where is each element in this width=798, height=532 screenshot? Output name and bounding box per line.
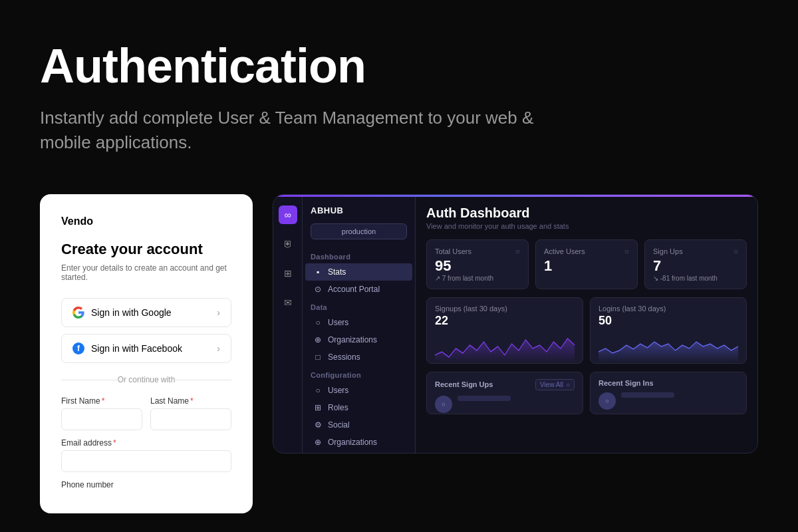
- view-all-signups-button[interactable]: View All ○: [535, 379, 575, 390]
- nav-section-data: Data: [303, 298, 415, 314]
- view-all-icon: ○: [566, 381, 570, 388]
- or-divider: Or continue with: [61, 375, 231, 384]
- sign-ups-icon: ○: [733, 247, 738, 256]
- nav-item-users[interactable]: ○ Users: [305, 314, 412, 331]
- nav-item-social[interactable]: ⚙ Social: [305, 416, 412, 434]
- signups-chart-value: 22: [435, 314, 575, 328]
- recent-avatar-1: ○: [435, 396, 452, 413]
- total-users-value: 95: [435, 259, 520, 273]
- first-name-group: First Name*: [61, 396, 142, 430]
- nav-item-organizations[interactable]: ⊕ Organizations: [305, 331, 412, 348]
- email-group: Email address*: [61, 438, 231, 472]
- google-button-label: Sign in with Google: [91, 307, 172, 318]
- email-required: *: [113, 438, 116, 448]
- dash-subtitle: View and monitor your auth usage and sta…: [426, 222, 747, 230]
- active-users-card: Active Users ○ 1: [535, 239, 638, 289]
- last-name-group: Last Name*: [150, 396, 231, 430]
- nav-section-dashboard: Dashboard: [303, 247, 415, 263]
- env-button[interactable]: production: [311, 223, 407, 239]
- google-signin-button[interactable]: Sign in with Google ›: [61, 298, 231, 327]
- last-name-required: *: [190, 396, 194, 406]
- nav-item-config-orgs[interactable]: ⊕ Organizations: [305, 434, 412, 451]
- total-users-card: Total Users ○ 95 ↗ 7 from last month: [426, 239, 529, 289]
- nav-item-notifications[interactable]: ✉ Notifications: [305, 451, 412, 453]
- sign-ups-card: Sign Ups ○ 7 ↘ -81 from last month: [644, 239, 747, 289]
- active-users-icon: ○: [624, 247, 629, 256]
- logins-chart: [598, 332, 738, 362]
- recent-signups-card: Recent Sign Ups View All ○ ○: [426, 372, 583, 414]
- logins-chart-card: Logins (last 30 days) 50: [590, 297, 747, 364]
- hero-section: Authentication Instantly add complete Us…: [0, 0, 798, 181]
- phone-section: Phone number: [61, 480, 231, 489]
- total-users-change: ↗ 7 from last month: [435, 275, 520, 282]
- email-label: Email address*: [61, 438, 231, 448]
- email-row: Email address*: [61, 438, 231, 472]
- signin-title: Create your account: [61, 241, 231, 258]
- signups-chart-card: Signups (last 30 days) 22: [426, 297, 583, 364]
- org-icon: ⊕: [313, 335, 323, 344]
- sign-ups-change: ↘ -81 from last month: [653, 275, 738, 282]
- hero-subtitle: Instantly add complete User & Team Manag…: [40, 106, 559, 154]
- account-portal-icon: ⊙: [313, 285, 323, 294]
- logins-chart-value: 50: [598, 314, 738, 328]
- sidebar-shield-icon[interactable]: ⛨: [279, 235, 297, 253]
- hero-title: Authentication: [40, 40, 758, 92]
- nav-item-config-users[interactable]: ○ Users: [305, 382, 412, 399]
- google-chevron-icon: ›: [217, 307, 220, 318]
- recent-signin-avatar-1: ○: [598, 392, 616, 410]
- stats-icon: ▪: [313, 267, 323, 277]
- stats-row: Total Users ○ 95 ↗ 7 from last month Act…: [426, 239, 747, 289]
- charts-row: Signups (last 30 days) 22: [426, 297, 747, 364]
- active-users-label: Active Users: [544, 247, 585, 255]
- nav-section-config: Configuration: [303, 366, 415, 382]
- cards-container: Vendo Create your account Enter your det…: [0, 194, 798, 513]
- roles-icon: ⊞: [313, 403, 323, 412]
- dash-main: Auth Dashboard View and monitor your aut…: [416, 195, 757, 453]
- nav-item-account-portal[interactable]: ⊙ Account Portal: [305, 281, 412, 298]
- recent-signin-items: ○: [598, 392, 738, 410]
- email-input[interactable]: [61, 450, 231, 472]
- signups-chart-label: Signups (last 30 days): [435, 305, 575, 313]
- first-name-input[interactable]: [61, 408, 142, 430]
- signups-chart: [435, 332, 575, 362]
- recent-row: Recent Sign Ups View All ○ ○: [426, 372, 747, 414]
- org-name: ABHUB: [303, 203, 415, 223]
- sidebar-icons: ∞ ⛨ ⊞ ✉: [273, 195, 303, 453]
- recent-name-1: [458, 396, 511, 401]
- last-name-label: Last Name*: [150, 396, 231, 406]
- signin-subtitle: Enter your details to create an account …: [61, 263, 231, 282]
- phone-label: Phone number: [61, 480, 231, 489]
- google-icon: [72, 307, 84, 319]
- first-name-label: First Name*: [61, 396, 142, 406]
- total-users-icon: ○: [515, 247, 520, 256]
- nav-item-sessions[interactable]: □ Sessions: [305, 348, 412, 366]
- nav-item-stats[interactable]: ▪ Stats: [305, 263, 412, 281]
- facebook-button-label: Sign in with Facebook: [91, 343, 182, 354]
- sign-ups-value: 7: [653, 259, 738, 273]
- sidebar-grid-icon[interactable]: ⊞: [279, 264, 297, 283]
- users-icon: ○: [313, 318, 323, 327]
- first-name-required: *: [102, 396, 105, 406]
- sidebar-mail-icon[interactable]: ✉: [279, 293, 297, 312]
- last-name-input[interactable]: [150, 408, 231, 430]
- signin-card: Vendo Create your account Enter your det…: [40, 194, 253, 513]
- facebook-chevron-icon: ›: [217, 343, 220, 354]
- facebook-signin-button[interactable]: f Sign in with Facebook ›: [61, 334, 231, 363]
- nav-panel: ABHUB production Dashboard ▪ Stats ⊙ Acc…: [303, 195, 416, 453]
- name-row: First Name* Last Name*: [61, 396, 231, 430]
- sign-ups-label: Sign Ups: [653, 247, 683, 255]
- recent-signins-card: Recent Sign Ins ○: [590, 372, 747, 414]
- dash-header: Auth Dashboard View and monitor your aut…: [426, 205, 747, 230]
- total-users-label: Total Users: [435, 247, 471, 255]
- recent-signup-items: ○: [435, 396, 575, 413]
- facebook-icon: f: [72, 342, 84, 354]
- social-icon: ⚙: [313, 420, 323, 430]
- nav-item-roles[interactable]: ⊞ Roles: [305, 399, 412, 416]
- sessions-icon: □: [313, 352, 323, 362]
- active-users-value: 1: [544, 259, 629, 273]
- recent-signups-title: Recent Sign Ups: [435, 380, 493, 388]
- dash-title: Auth Dashboard: [426, 205, 747, 221]
- config-users-icon: ○: [313, 386, 323, 395]
- sidebar-infinity-icon[interactable]: ∞: [279, 205, 297, 224]
- app-logo: Vendo: [61, 215, 231, 227]
